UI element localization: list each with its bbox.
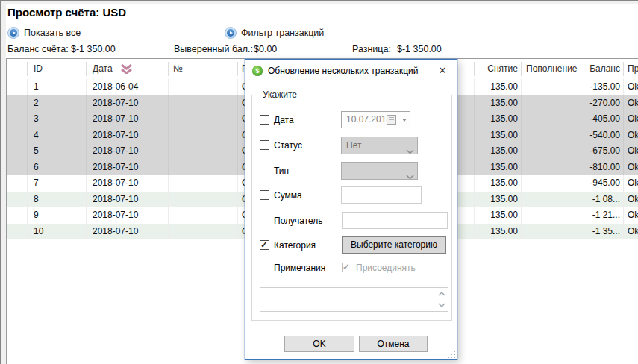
cell-sel[interactable] bbox=[7, 224, 28, 240]
column-header-number[interactable]: № bbox=[169, 62, 238, 76]
cell-notes[interactable]: Ok bbox=[624, 143, 638, 160]
cell-sel[interactable] bbox=[7, 111, 28, 128]
type-select[interactable] bbox=[341, 162, 418, 180]
cell-num[interactable] bbox=[169, 128, 238, 144]
date-checkbox[interactable] bbox=[260, 115, 269, 125]
cell-notes[interactable]: Ok bbox=[624, 79, 638, 95]
cell-id[interactable]: 5 bbox=[28, 143, 87, 160]
resize-grip[interactable] bbox=[448, 350, 455, 357]
cell-dep[interactable] bbox=[522, 207, 584, 224]
cell-date[interactable]: 2018-07-10 bbox=[87, 175, 169, 192]
cell-num[interactable] bbox=[169, 192, 238, 208]
cell-notes[interactable]: Ok bbox=[624, 111, 638, 128]
cell-num[interactable] bbox=[169, 143, 238, 160]
cell-dep[interactable] bbox=[522, 128, 584, 144]
column-header-notes[interactable]: Примечания bbox=[624, 62, 638, 76]
cell-id[interactable]: 3 bbox=[28, 111, 87, 128]
cell-bal[interactable]: -945.00 bbox=[584, 175, 624, 192]
cell-bal[interactable]: -1 35... bbox=[584, 224, 624, 240]
cell-dep[interactable] bbox=[522, 143, 584, 160]
cell-num[interactable] bbox=[169, 111, 238, 128]
column-header-id[interactable]: ID bbox=[28, 62, 87, 76]
cell-dep[interactable] bbox=[522, 192, 584, 208]
cell-wd[interactable]: 135.00 bbox=[475, 79, 522, 95]
cell-dep[interactable] bbox=[522, 160, 584, 176]
cell-wd[interactable]: 135.00 bbox=[475, 160, 522, 176]
cell-bal[interactable]: -135.00 bbox=[584, 79, 624, 95]
cell-sel[interactable] bbox=[7, 79, 28, 95]
cell-notes[interactable]: Ok bbox=[624, 128, 638, 144]
amount-input[interactable] bbox=[341, 186, 422, 204]
cell-wd[interactable]: 135.00 bbox=[475, 175, 522, 192]
cell-date[interactable]: 2018-07-10 bbox=[87, 207, 169, 224]
cell-notes[interactable]: Ok bbox=[624, 207, 638, 224]
cell-date[interactable]: 2018-07-10 bbox=[87, 95, 169, 112]
cell-dep[interactable] bbox=[522, 224, 584, 240]
show-all-link[interactable]: Показать все bbox=[7, 27, 81, 39]
append-checkbox[interactable] bbox=[342, 263, 351, 272]
cell-dep[interactable] bbox=[522, 111, 584, 128]
cell-num[interactable] bbox=[169, 95, 238, 112]
cell-wd[interactable]: 135.00 bbox=[475, 143, 522, 160]
cell-num[interactable] bbox=[169, 79, 238, 95]
payee-checkbox[interactable] bbox=[260, 216, 269, 225]
cell-bal[interactable]: -810.00 bbox=[584, 160, 624, 176]
cell-id[interactable]: 6 bbox=[28, 160, 87, 176]
cell-date[interactable]: 2018-06-04 bbox=[87, 79, 169, 95]
column-header-withdrawal[interactable]: Снятие bbox=[475, 62, 522, 76]
cell-bal[interactable]: -405.00 bbox=[584, 111, 624, 128]
cell-wd[interactable]: 135.00 bbox=[475, 111, 522, 128]
choose-category-button[interactable]: Выберите категорию bbox=[342, 236, 446, 254]
cell-date[interactable]: 2018-07-10 bbox=[87, 128, 169, 144]
cell-id[interactable]: 4 bbox=[28, 128, 87, 144]
cell-bal[interactable]: -1 08... bbox=[584, 192, 624, 208]
dialog-titlebar[interactable]: $ Обновление нескольких транзакций ✕ bbox=[245, 60, 457, 82]
status-checkbox[interactable] bbox=[260, 140, 269, 150]
cell-sel[interactable] bbox=[7, 207, 28, 224]
cell-notes[interactable]: Ok bbox=[624, 192, 638, 208]
cell-bal[interactable]: -540.00 bbox=[584, 128, 624, 144]
cell-id[interactable]: 8 bbox=[28, 192, 87, 208]
cell-notes[interactable]: Ok bbox=[624, 160, 638, 176]
cell-notes[interactable]: Ok bbox=[624, 95, 638, 112]
cell-notes[interactable]: Ok bbox=[624, 175, 638, 192]
cell-sel[interactable] bbox=[7, 143, 28, 160]
cell-id[interactable]: 2 bbox=[28, 95, 87, 112]
cell-sel[interactable] bbox=[7, 95, 28, 112]
cell-wd[interactable]: 135.00 bbox=[475, 95, 522, 112]
cell-date[interactable]: 2018-07-10 bbox=[87, 111, 169, 128]
amount-checkbox[interactable] bbox=[260, 190, 269, 200]
cell-num[interactable] bbox=[169, 224, 238, 240]
cell-date[interactable]: 2018-07-10 bbox=[87, 192, 169, 208]
column-header-balance[interactable]: Баланс bbox=[584, 62, 624, 76]
status-select[interactable]: Нет bbox=[341, 136, 418, 154]
cell-id[interactable]: 7 bbox=[28, 175, 87, 192]
cell-num[interactable] bbox=[169, 175, 238, 192]
cell-date[interactable]: 2018-07-10 bbox=[87, 160, 169, 176]
cell-wd[interactable]: 135.00 bbox=[475, 207, 522, 224]
cell-id[interactable]: 10 bbox=[28, 224, 87, 240]
notes-textarea[interactable] bbox=[260, 287, 448, 312]
column-header-date[interactable]: Дата bbox=[87, 62, 169, 76]
cell-bal[interactable]: -1 21... bbox=[584, 207, 624, 224]
date-picker[interactable]: 10.07.2018 bbox=[341, 111, 410, 128]
cell-wd[interactable]: 135.00 bbox=[475, 224, 522, 240]
cell-id[interactable]: 1 bbox=[28, 79, 87, 95]
cancel-button[interactable]: Отмена bbox=[359, 336, 428, 352]
column-header-deposit[interactable]: Пополнение bbox=[522, 62, 584, 76]
cell-sel[interactable] bbox=[7, 175, 28, 192]
cell-bal[interactable]: -675.00 bbox=[584, 143, 624, 160]
cell-num[interactable] bbox=[169, 207, 238, 224]
cell-date[interactable]: 2018-07-10 bbox=[87, 224, 169, 240]
cell-notes[interactable]: Ok bbox=[624, 224, 638, 240]
notes-scrollbar[interactable] bbox=[435, 289, 447, 310]
cell-wd[interactable]: 135.00 bbox=[475, 128, 522, 144]
ok-button[interactable]: OK bbox=[284, 336, 354, 352]
cell-date[interactable]: 2018-07-10 bbox=[87, 143, 169, 160]
cell-id[interactable]: 9 bbox=[28, 207, 87, 224]
cell-dep[interactable] bbox=[522, 95, 584, 112]
type-checkbox[interactable] bbox=[260, 166, 269, 175]
cell-sel[interactable] bbox=[7, 192, 28, 208]
payee-input[interactable] bbox=[342, 212, 448, 229]
cell-bal[interactable]: -270.00 bbox=[584, 95, 624, 112]
